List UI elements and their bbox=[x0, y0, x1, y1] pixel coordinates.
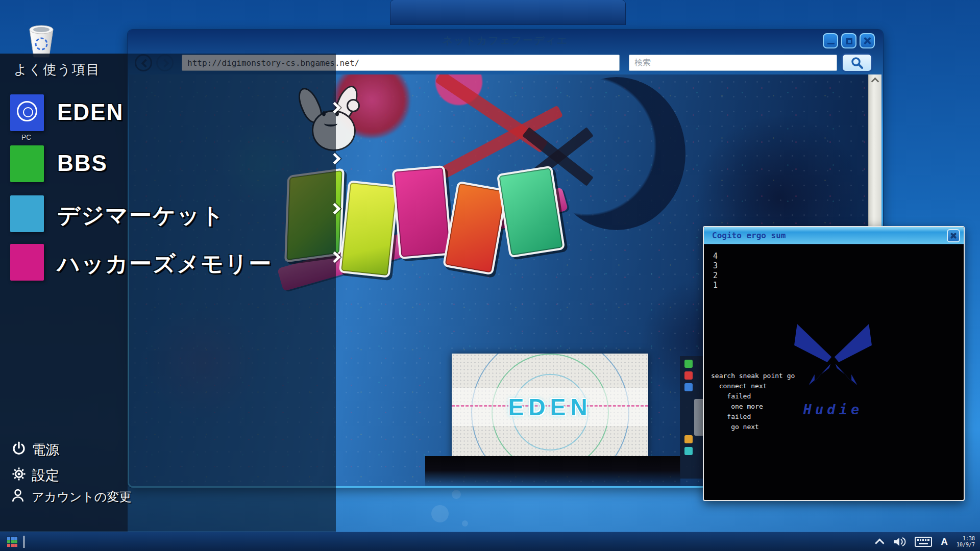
keyboard-icon[interactable] bbox=[915, 537, 932, 547]
menu-item-label: EDEN bbox=[57, 99, 124, 125]
volume-icon[interactable] bbox=[893, 536, 906, 547]
eden-reflection bbox=[425, 456, 680, 486]
menu-item-label: デジマーケット bbox=[57, 201, 225, 231]
search-icon bbox=[850, 56, 864, 69]
eden-emblem-icon bbox=[17, 101, 37, 121]
power-icon bbox=[11, 441, 27, 456]
terminal-title: Cogito ergo sum bbox=[712, 231, 786, 240]
menu-footer-label: 電源 bbox=[32, 441, 59, 459]
menu-item-label: ハッカーズメモリー bbox=[57, 249, 272, 279]
menu-item-badge: PC bbox=[21, 133, 31, 141]
taskbar-text-cursor bbox=[23, 536, 24, 548]
panel-chip bbox=[684, 371, 693, 380]
minimize-button[interactable] bbox=[823, 33, 838, 48]
taskbar: A 1:38 10/9/7 bbox=[0, 532, 980, 551]
browser-title: ネットカフェフーディエ bbox=[443, 35, 569, 46]
ime-indicator[interactable]: A bbox=[941, 536, 948, 547]
account-icon bbox=[11, 488, 24, 503]
hudie-logo: Hudie bbox=[785, 316, 881, 418]
close-button[interactable] bbox=[860, 33, 875, 48]
wallpaper-bubble bbox=[462, 520, 468, 527]
browser-titlebar[interactable]: ネットカフェフーディエ bbox=[128, 30, 883, 50]
terminal-window: Cogito ergo sum 4 3 2 1 search sneak poi… bbox=[703, 226, 965, 501]
hudie-logo-text: Hudie bbox=[785, 402, 881, 417]
eden-banner[interactable]: EDEN bbox=[452, 354, 648, 459]
terminal-log: search sneak point go connect next faile… bbox=[711, 371, 795, 432]
menu-item-eden[interactable]: EDEN PC bbox=[0, 94, 357, 134]
menu-item-digimarket[interactable]: デジマーケット bbox=[0, 195, 357, 235]
clock-date: 10/9/7 bbox=[957, 542, 975, 548]
chevron-right-icon bbox=[329, 252, 341, 263]
panel-chip bbox=[684, 447, 693, 455]
menu-item-bbs[interactable]: BBS bbox=[0, 145, 357, 185]
menu-footer-label: 設定 bbox=[32, 466, 59, 485]
start-menu-header: よく使う項目 bbox=[14, 61, 101, 79]
background-window[interactable] bbox=[390, 0, 625, 24]
terminal-titlebar[interactable]: Cogito ergo sum bbox=[704, 227, 964, 244]
gear-icon bbox=[11, 466, 27, 482]
scroll-up-icon bbox=[871, 78, 879, 86]
start-menu: よく使う項目 EDEN PC BBS デジマーケット ハッカーズメモリー 電源 bbox=[0, 54, 368, 532]
terminal-countdown: 4 3 2 1 bbox=[713, 252, 718, 290]
search-button[interactable] bbox=[841, 53, 873, 72]
system-tray: A 1:38 10/9/7 bbox=[877, 532, 975, 551]
menu-item-settings[interactable]: 設定 bbox=[0, 465, 204, 486]
chevron-right-icon bbox=[329, 153, 341, 165]
graffiti-letter bbox=[392, 165, 453, 259]
clock-time: 1:38 bbox=[957, 536, 975, 542]
bbs-tile-icon bbox=[10, 145, 44, 182]
panel-chip bbox=[684, 435, 693, 443]
menu-footer-label: アカウントの変更 bbox=[32, 489, 131, 505]
taskbar-clock[interactable]: 1:38 10/9/7 bbox=[957, 536, 975, 548]
panel-chip bbox=[684, 360, 693, 368]
eden-banner-text: EDEN bbox=[452, 393, 648, 421]
eden-tile-icon bbox=[10, 94, 44, 131]
terminal-close-button[interactable] bbox=[947, 229, 960, 242]
maximize-button[interactable] bbox=[841, 33, 856, 48]
menu-item-label: BBS bbox=[57, 151, 108, 176]
digimarket-tile-icon bbox=[10, 195, 44, 232]
butterfly-icon bbox=[785, 316, 881, 400]
panel-chip bbox=[684, 383, 693, 391]
hackers-memory-tile-icon bbox=[10, 244, 44, 281]
menu-item-power[interactable]: 電源 bbox=[0, 440, 204, 460]
chevron-right-icon bbox=[329, 203, 341, 215]
search-input[interactable] bbox=[629, 55, 837, 71]
wallpaper-bubble bbox=[431, 505, 449, 522]
chevron-right-icon bbox=[329, 102, 341, 114]
tray-expand-icon[interactable] bbox=[875, 538, 884, 547]
menu-item-hackers-memory[interactable]: ハッカーズメモリー bbox=[0, 244, 357, 284]
start-button[interactable] bbox=[7, 536, 18, 547]
wallpaper-bubble bbox=[452, 490, 461, 499]
menu-item-change-account[interactable]: アカウントの変更 bbox=[0, 487, 204, 507]
